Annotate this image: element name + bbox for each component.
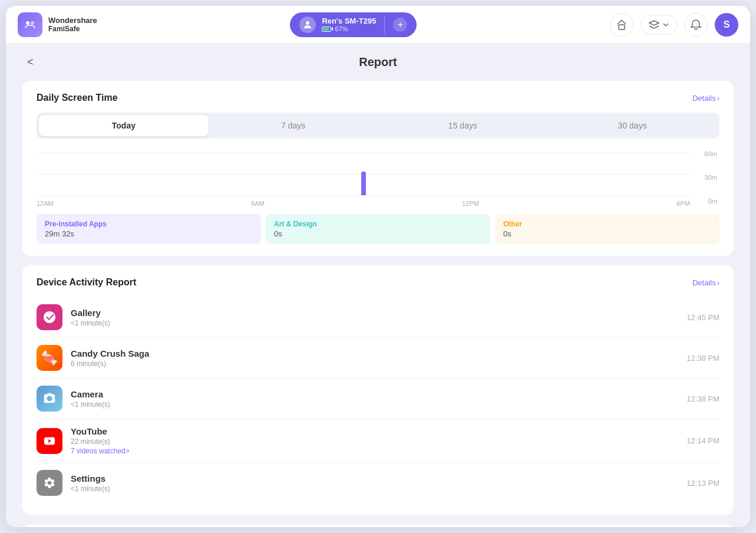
candy-crush-app-icon: 🍬 <box>37 345 62 371</box>
add-device-button[interactable]: + <box>393 18 407 32</box>
youtube-videos-link[interactable]: 7 videos watched> <box>71 447 678 455</box>
time-range-tab-bar: Today 7 days 15 days 30 days <box>37 113 719 139</box>
legend-preinstalled-label: Pre-installed Apps <box>45 220 253 228</box>
y-label-60m: 60m <box>705 150 719 157</box>
notification-bell-button[interactable] <box>684 13 708 37</box>
x-label-12am: 12AM <box>37 200 54 207</box>
settings-info: Settings <1 minute(s) <box>71 473 678 493</box>
gallery-info: Gallery <1 minute(s) <box>71 308 678 327</box>
main-content: < Report Daily Screen Time Details › Tod… <box>6 44 750 527</box>
youtube-info: YouTube 22 minute(s) 7 videos watched> <box>71 426 678 455</box>
svg-rect-3 <box>619 25 625 29</box>
chart-x-labels: 12AM 6AM 12PM 6PM <box>37 200 690 207</box>
logo-text: Wondershare FamiSafe <box>48 16 97 34</box>
tab-15days[interactable]: 15 days <box>378 115 548 136</box>
device-avatar <box>299 17 316 33</box>
x-label-6am: 6AM <box>251 200 265 207</box>
candy-time: 12:38 PM <box>686 354 719 363</box>
legend-artdesign-label: Art & Design <box>274 220 482 228</box>
device-activity-details-link[interactable]: Details › <box>692 278 719 287</box>
x-label-12pm: 12PM <box>462 200 479 207</box>
svg-point-2 <box>306 21 309 25</box>
device-battery: 67% <box>322 25 376 32</box>
app-brand: Wondershare <box>48 16 97 25</box>
legend-other-time: 0s <box>503 229 711 238</box>
daily-screen-time-header: Daily Screen Time Details › <box>37 93 719 103</box>
user-avatar-button[interactable]: S <box>715 13 738 37</box>
legend-other: Other 0s <box>495 214 719 244</box>
device-divider <box>384 16 385 34</box>
gallery-duration: <1 minute(s) <box>71 319 678 327</box>
gallery-time: 12:45 PM <box>686 313 719 322</box>
settings-app-icon <box>37 470 62 496</box>
screen-time-legend: Pre-installed Apps 29m 32s Art & Design … <box>37 214 719 244</box>
youtube-app-name: YouTube <box>71 426 678 436</box>
device-name: Ren's SM-T295 <box>322 17 376 25</box>
candy-info: Candy Crush Saga 6 minute(s) <box>71 348 678 368</box>
page-header: < Report <box>22 55 734 69</box>
activity-item-camera: Camera <1 minute(s) 12:38 PM <box>37 379 719 419</box>
logo-area: Wondershare FamiSafe <box>18 12 97 37</box>
header-actions: S <box>610 13 738 37</box>
chart-y-labels: 60m 30m 0m <box>705 148 719 207</box>
back-button[interactable]: < <box>22 54 38 71</box>
candy-duration: 6 minute(s) <box>71 360 678 368</box>
settings-time: 12:13 PM <box>686 479 719 488</box>
layers-button[interactable] <box>641 15 677 35</box>
tab-7days[interactable]: 7 days <box>209 115 378 136</box>
activity-item-gallery: Gallery <1 minute(s) 12:45 PM <box>37 297 719 338</box>
gallery-app-name: Gallery <box>71 308 678 318</box>
youtube-duration: 22 minute(s) <box>71 437 678 446</box>
daily-screen-time-title: Daily Screen Time <box>37 93 118 103</box>
legend-artdesign: Art & Design 0s <box>266 214 490 244</box>
chevron-down-icon <box>662 21 669 28</box>
daily-screen-time-card: Daily Screen Time Details › Today 7 days… <box>22 81 734 256</box>
y-label-30m: 30m <box>705 174 719 181</box>
battery-icon <box>322 27 331 32</box>
daily-screen-time-details-link[interactable]: Details › <box>692 94 719 103</box>
chart-line-60m <box>37 153 690 153</box>
chart-line-0m <box>37 195 690 196</box>
app-name: FamiSafe <box>48 25 97 33</box>
device-info: Ren's SM-T295 67% <box>322 17 376 32</box>
activity-item-youtube: YouTube 22 minute(s) 7 videos watched> 1… <box>37 419 719 463</box>
settings-app-name: Settings <box>71 473 678 483</box>
device-activity-header: Device Activity Report Details › <box>37 277 719 288</box>
youtube-time: 12:14 PM <box>686 436 719 445</box>
camera-time: 12:38 PM <box>686 394 719 403</box>
gallery-app-icon <box>37 304 62 330</box>
svg-point-1 <box>31 21 34 25</box>
legend-artdesign-time: 0s <box>274 229 482 238</box>
youtube-app-icon <box>37 428 62 454</box>
device-activity-card: Device Activity Report Details › Gallery… <box>22 265 734 515</box>
tab-today[interactable]: Today <box>39 115 209 136</box>
tab-30days[interactable]: 30 days <box>547 115 717 136</box>
app-logo-icon <box>18 12 42 37</box>
svg-point-0 <box>26 21 29 25</box>
legend-other-label: Other <box>503 220 711 228</box>
recent-browser-history-card: Recent Browser History Details › <box>22 524 734 527</box>
chart-bar-12pm <box>361 172 366 195</box>
activity-item-settings: Settings <1 minute(s) 12:13 PM <box>37 463 719 503</box>
legend-preinstalled-time: 29m 32s <box>45 229 253 238</box>
camera-app-name: Camera <box>71 389 678 399</box>
legend-preinstalled: Pre-installed Apps 29m 32s <box>37 214 261 244</box>
camera-app-icon <box>37 386 62 412</box>
activity-item-candy: 🍬 Candy Crush Saga 6 minute(s) 12:38 PM <box>37 338 719 379</box>
page-title: Report <box>359 55 397 69</box>
camera-info: Camera <1 minute(s) <box>71 389 678 409</box>
app-header: Wondershare FamiSafe Ren's SM-T295 67% + <box>6 6 750 44</box>
device-activity-title: Device Activity Report <box>37 277 136 288</box>
y-label-0m: 0m <box>705 198 719 205</box>
screen-time-chart: 12AM 6AM 12PM 6PM 60m 30m 0m <box>37 148 719 207</box>
chart-inner: 12AM 6AM 12PM 6PM <box>37 148 690 207</box>
camera-duration: <1 minute(s) <box>71 400 678 409</box>
home-icon-button[interactable] <box>610 13 633 37</box>
candy-app-name: Candy Crush Saga <box>71 348 678 358</box>
settings-duration: <1 minute(s) <box>71 485 678 493</box>
x-label-6pm: 6PM <box>676 200 690 207</box>
device-pill[interactable]: Ren's SM-T295 67% + <box>290 12 417 37</box>
